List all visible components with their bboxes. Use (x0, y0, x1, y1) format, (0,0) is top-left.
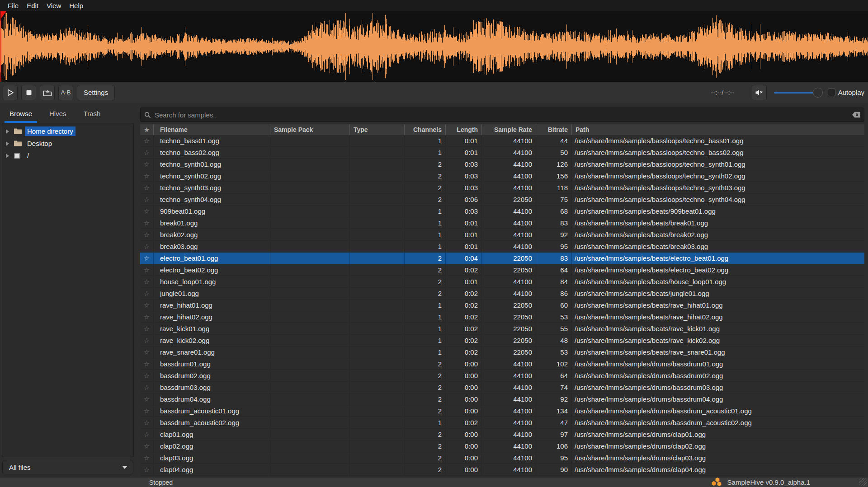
favorite-star-icon[interactable]: ☆ (140, 393, 154, 405)
ab-repeat-button[interactable]: A-B (58, 85, 73, 100)
cell-length: 0:06 (446, 194, 482, 206)
table-row[interactable]: ☆techno_synth03.ogg20:0344100118/usr/sha… (140, 182, 864, 194)
favorite-star-icon[interactable]: ☆ (140, 440, 154, 452)
menu-edit[interactable]: Edit (23, 2, 42, 9)
expander-icon[interactable] (6, 129, 9, 134)
settings-button[interactable]: Settings (77, 85, 115, 100)
table-row[interactable]: ☆house_loop01.ogg20:014410084/usr/share/… (140, 276, 864, 288)
table-row[interactable]: ☆break01.ogg10:014410083/usr/share/lmms/… (140, 217, 864, 229)
favorite-star-icon[interactable]: ☆ (140, 405, 154, 417)
expander-icon[interactable] (6, 154, 9, 158)
tree-item[interactable]: Home directory (2, 125, 133, 137)
table-row[interactable]: ☆rave_kick02.ogg10:022205048/usr/share/l… (140, 335, 864, 347)
waveform-panel[interactable] (0, 11, 868, 82)
clear-search-icon[interactable] (852, 112, 860, 118)
table-row[interactable]: ☆bassdrum04.ogg20:004410092/usr/share/lm… (140, 393, 864, 405)
stop-button[interactable] (21, 85, 36, 100)
table-row[interactable]: ☆clap03.ogg20:004410095/usr/share/lmms/s… (140, 452, 864, 464)
cell-sample_rate: 22050 (482, 264, 536, 276)
play-button[interactable] (3, 85, 18, 100)
favorite-star-icon[interactable]: ☆ (140, 382, 154, 393)
column-header-path[interactable]: Path (572, 124, 864, 135)
table-row[interactable]: ☆clap01.ogg20:004410097/usr/share/lmms/s… (140, 429, 864, 440)
column-header-channels[interactable]: Channels (405, 124, 446, 135)
volume-slider[interactable] (774, 88, 821, 98)
resize-grip[interactable] (859, 478, 867, 486)
table-row[interactable]: ☆electro_beat01.ogg20:042205083/usr/shar… (140, 253, 864, 264)
column-header-filename[interactable]: Filename (154, 124, 270, 135)
table-row[interactable]: ☆bassdrum02.ogg20:004410064/usr/share/lm… (140, 370, 864, 382)
favorite-star-icon[interactable]: ☆ (140, 194, 154, 206)
tab-trash[interactable]: Trash (79, 107, 106, 123)
column-header-bitrate[interactable]: Bitrate (536, 124, 572, 135)
favorite-star-icon[interactable]: ☆ (140, 170, 154, 182)
cell-length: 0:00 (446, 393, 482, 405)
favorite-star-icon[interactable]: ☆ (140, 370, 154, 382)
table-row[interactable]: ☆909beat01.ogg10:034410068/usr/share/lmm… (140, 206, 864, 217)
table-row[interactable]: ☆rave_hihat02.ogg10:022205053/usr/share/… (140, 311, 864, 323)
table-row[interactable]: ☆bassdrum_acoustic01.ogg20:0044100134/us… (140, 405, 864, 417)
column-header-length[interactable]: Length (446, 124, 482, 135)
autoplay-checkbox[interactable] (828, 89, 835, 96)
table-row[interactable]: ☆rave_hihat01.ogg10:022205060/usr/share/… (140, 300, 864, 311)
table-row[interactable]: ☆rave_kick01.ogg10:022205055/usr/share/l… (140, 323, 864, 335)
tree-item[interactable]: Desktop (2, 137, 133, 150)
favorite-star-icon[interactable]: ☆ (140, 335, 154, 347)
mute-button[interactable] (752, 85, 767, 100)
favorite-star-icon[interactable]: ☆ (140, 253, 154, 264)
favorite-star-icon[interactable]: ☆ (140, 464, 154, 476)
column-header-type[interactable]: Type (350, 124, 405, 135)
favorite-star-icon[interactable]: ☆ (140, 323, 154, 335)
favorite-star-icon[interactable]: ☆ (140, 429, 154, 440)
table-row[interactable]: ☆clap02.ogg20:0044100106/usr/share/lmms/… (140, 440, 864, 452)
table-row[interactable]: ☆bassdrum03.ogg20:004410074/usr/share/lm… (140, 382, 864, 393)
table-row[interactable]: ☆techno_synth04.ogg20:062205075/usr/shar… (140, 194, 864, 206)
table-row[interactable]: ☆rave_snare01.ogg10:022205053/usr/share/… (140, 347, 864, 358)
favorite-star-icon[interactable]: ☆ (140, 135, 154, 147)
tab-browse[interactable]: Browse (5, 107, 37, 123)
column-header-favorite[interactable]: ★ (140, 124, 154, 135)
table-row[interactable]: ☆clap04.ogg20:004410090/usr/share/lmms/s… (140, 464, 864, 476)
favorite-star-icon[interactable]: ☆ (140, 264, 154, 276)
favorite-star-icon[interactable]: ☆ (140, 147, 154, 159)
menu-view[interactable]: View (42, 2, 65, 9)
favorite-star-icon[interactable]: ☆ (140, 276, 154, 288)
favorite-star-icon[interactable]: ☆ (140, 182, 154, 194)
expander-icon[interactable] (6, 141, 9, 146)
table-row[interactable]: ☆electro_beat02.ogg20:022205064/usr/shar… (140, 264, 864, 276)
favorite-star-icon[interactable]: ☆ (140, 452, 154, 464)
favorite-star-icon[interactable]: ☆ (140, 241, 154, 253)
table-row[interactable]: ☆techno_bass02.ogg10:014410050/usr/share… (140, 147, 864, 159)
favorite-star-icon[interactable]: ☆ (140, 206, 154, 217)
loop-sample-button[interactable] (40, 85, 55, 100)
table-row[interactable]: ☆techno_synth02.ogg20:0344100156/usr/sha… (140, 170, 864, 182)
favorite-star-icon[interactable]: ☆ (140, 417, 154, 429)
table-row[interactable]: ☆techno_bass01.ogg10:014410044/usr/share… (140, 135, 864, 147)
volume-slider-knob[interactable] (813, 88, 823, 98)
table-row[interactable]: ☆jungle01.ogg20:024410086/usr/share/lmms… (140, 288, 864, 300)
table-row[interactable]: ☆bassdrum01.ogg20:0044100102/usr/share/l… (140, 358, 864, 370)
favorite-star-icon[interactable]: ☆ (140, 288, 154, 300)
column-header-sample_pack[interactable]: Sample Pack (270, 124, 350, 135)
tree-item[interactable]: / (2, 150, 133, 162)
table-row[interactable]: ☆break03.ogg10:014410095/usr/share/lmms/… (140, 241, 864, 253)
favorite-star-icon[interactable]: ☆ (140, 358, 154, 370)
favorite-star-icon[interactable]: ☆ (140, 229, 154, 241)
table-row[interactable]: ☆break02.ogg10:014410092/usr/share/lmms/… (140, 229, 864, 241)
cell-sample_pack (270, 405, 350, 417)
tab-hives[interactable]: Hives (44, 107, 71, 123)
cell-channels: 2 (405, 182, 446, 194)
favorite-star-icon[interactable]: ☆ (140, 311, 154, 323)
column-header-sample_rate[interactable]: Sample Rate (482, 124, 536, 135)
favorite-star-icon[interactable]: ☆ (140, 300, 154, 311)
favorite-star-icon[interactable]: ☆ (140, 347, 154, 358)
search-input[interactable] (155, 111, 852, 119)
favorite-star-icon[interactable]: ☆ (140, 159, 154, 170)
file-filter-dropdown[interactable]: All files (2, 460, 133, 474)
favorite-star-icon[interactable]: ☆ (140, 217, 154, 229)
cell-filename: clap01.ogg (154, 429, 270, 440)
menu-file[interactable]: File (4, 2, 23, 9)
table-row[interactable]: ☆bassdrum_acoustic02.ogg10:024410047/usr… (140, 417, 864, 429)
menu-help[interactable]: Help (65, 2, 87, 9)
table-row[interactable]: ☆techno_synth01.ogg20:0344100126/usr/sha… (140, 159, 864, 170)
